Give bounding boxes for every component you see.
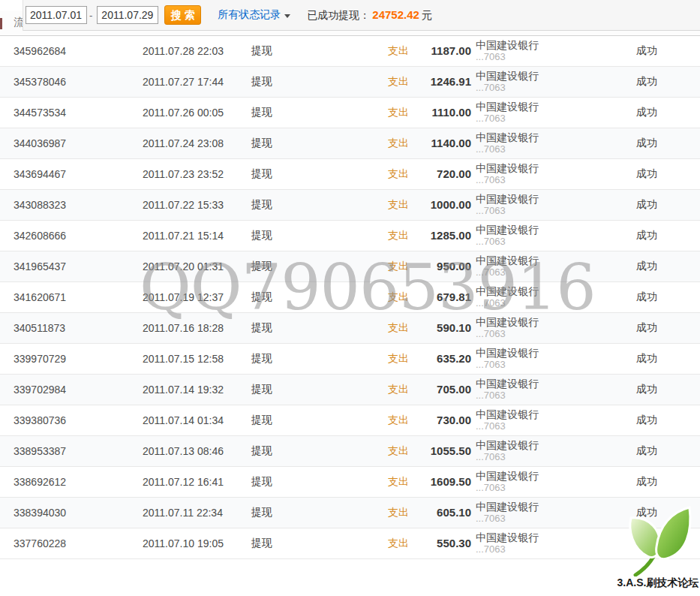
created-cell: 2011.07.20 01:31 — [143, 251, 251, 281]
serial-cell: 339702984 — [0, 374, 143, 405]
amount-cell: 720.00 — [409, 158, 471, 189]
amount-cell: 950.00 — [409, 251, 471, 281]
table-row: 342608666 2011.07.21 15:14 提现 支出 1285.00… — [0, 220, 700, 251]
channel-bank: 中国建设银行 — [476, 224, 632, 236]
channel-account: ...7063 — [476, 513, 632, 524]
channel-bank: 中国建设银行 — [476, 501, 632, 513]
serial-cell: 345378046 — [0, 66, 143, 97]
channel-account: ...7063 — [476, 174, 632, 185]
channel-account: ...7063 — [476, 236, 632, 247]
inout-cell: 支出 — [349, 220, 409, 251]
channel-cell: 中国建设银行 ...7063 — [471, 189, 632, 220]
serial-cell: 344036987 — [0, 128, 143, 158]
status-filter-label: 所有状态记录 — [218, 8, 281, 22]
created-cell: 2011.07.12 16:41 — [143, 466, 251, 497]
name-cell: 提现 — [251, 220, 349, 251]
status-cell: 成功 — [632, 435, 700, 466]
date-range-separator: - — [89, 10, 92, 21]
channel-account: ...7063 — [476, 482, 632, 493]
serial-cell: 339380736 — [0, 405, 143, 435]
inout-cell: 支出 — [349, 128, 409, 158]
name-cell: 提现 — [251, 35, 349, 66]
status-filter-dropdown[interactable]: 所有状态记录 — [218, 8, 290, 22]
inout-cell: 支出 — [349, 435, 409, 466]
table-body: 345962684 2011.07.28 22:03 提现 支出 1187.00… — [0, 35, 700, 558]
status-cell: 成功 — [632, 66, 700, 97]
channel-account: ...7063 — [476, 359, 632, 370]
amount-cell: 679.81 — [409, 281, 471, 312]
channel-bank: 中国建设银行 — [476, 378, 632, 390]
table-row: 344573534 2011.07.26 00:05 提现 支出 1110.00… — [0, 97, 700, 128]
channel-bank: 中国建设银行 — [476, 408, 632, 420]
table-row: 343694467 2011.07.23 23:52 提现 支出 720.00 … — [0, 158, 700, 189]
name-cell: 提现 — [251, 312, 349, 343]
inout-cell: 支出 — [349, 466, 409, 497]
date-to-input[interactable] — [97, 6, 158, 24]
name-cell: 提现 — [251, 405, 349, 435]
status-cell: 成功 — [632, 97, 700, 128]
search-button[interactable]: 搜 索 — [164, 5, 201, 25]
channel-account: ...7063 — [476, 328, 632, 339]
status-cell: 成功 — [632, 497, 700, 528]
created-cell: 2011.07.11 22:34 — [143, 497, 251, 528]
created-cell: 2011.07.26 00:05 — [143, 97, 251, 128]
status-cell: 成功 — [632, 312, 700, 343]
created-cell: 2011.07.21 15:14 — [143, 220, 251, 251]
channel-bank: 中国建设银行 — [476, 254, 632, 266]
inout-cell: 支出 — [349, 405, 409, 435]
name-cell: 提现 — [251, 528, 349, 558]
channel-cell: 中国建设银行 ...7063 — [471, 158, 632, 189]
status-cell: 成功 — [632, 405, 700, 435]
channel-cell: 中国建设银行 ...7063 — [471, 528, 632, 558]
channel-account: ...7063 — [476, 143, 632, 155]
channel-cell: 中国建设银行 ...7063 — [471, 466, 632, 497]
channel-bank: 中国建设银行 — [476, 439, 632, 451]
channel-account: ...7063 — [476, 451, 632, 462]
created-cell: 2011.07.27 17:44 — [143, 66, 251, 97]
channel-bank: 中国建设银行 — [476, 531, 632, 543]
name-cell: 提现 — [251, 251, 349, 281]
inout-cell: 支出 — [349, 528, 409, 558]
amount-cell: 1285.00 — [409, 220, 471, 251]
amount-cell: 590.10 — [409, 312, 471, 343]
serial-cell: 341620671 — [0, 281, 143, 312]
name-cell: 提现 — [251, 281, 349, 312]
channel-bank: 中国建设银行 — [476, 131, 632, 143]
summary-amount: 24752.42 — [372, 8, 419, 21]
amount-cell: 550.30 — [409, 528, 471, 558]
date-from-input[interactable] — [26, 6, 87, 24]
name-cell: 提现 — [251, 497, 349, 528]
status-cell: 成功 — [632, 374, 700, 405]
name-cell: 提现 — [251, 128, 349, 158]
serial-cell: 343694467 — [0, 158, 143, 189]
channel-account: ...7063 — [476, 543, 632, 555]
channel-cell: 中国建设银行 ...7063 — [471, 35, 632, 66]
amount-cell: 730.00 — [409, 405, 471, 435]
amount-cell: 1055.50 — [409, 435, 471, 466]
inout-cell: 支出 — [349, 251, 409, 281]
created-cell: 2011.07.14 19:32 — [143, 374, 251, 405]
channel-bank: 中国建设银行 — [476, 347, 632, 359]
table-row: 339702984 2011.07.14 19:32 提现 支出 705.00 … — [0, 374, 700, 405]
created-cell: 2011.07.14 01:34 — [143, 405, 251, 435]
status-cell: 成功 — [632, 251, 700, 281]
amount-cell: 635.20 — [409, 343, 471, 374]
created-cell: 2011.07.24 23:08 — [143, 128, 251, 158]
table-row: 341620671 2011.07.19 12:37 提现 支出 679.81 … — [0, 281, 700, 312]
amount-cell: 1187.00 — [409, 35, 471, 66]
status-cell: 成功 — [632, 158, 700, 189]
channel-account: ...7063 — [476, 297, 632, 309]
amount-cell: 1140.00 — [409, 128, 471, 158]
table-row: 339380736 2011.07.14 01:34 提现 支出 730.00 … — [0, 405, 700, 435]
forum-logo-caption: 3.A.S.刷技术论坛 — [617, 576, 699, 590]
status-cell: 成功 — [632, 35, 700, 66]
status-cell: 成功 — [632, 466, 700, 497]
channel-account: ...7063 — [476, 266, 632, 278]
inout-cell: 支出 — [349, 312, 409, 343]
name-cell: 提现 — [251, 158, 349, 189]
channel-account: ...7063 — [476, 420, 632, 432]
channel-cell: 中国建设银行 ...7063 — [471, 343, 632, 374]
created-cell: 2011.07.13 08:46 — [143, 435, 251, 466]
inout-cell: 支出 — [349, 343, 409, 374]
channel-bank: 中国建设银行 — [476, 193, 632, 205]
